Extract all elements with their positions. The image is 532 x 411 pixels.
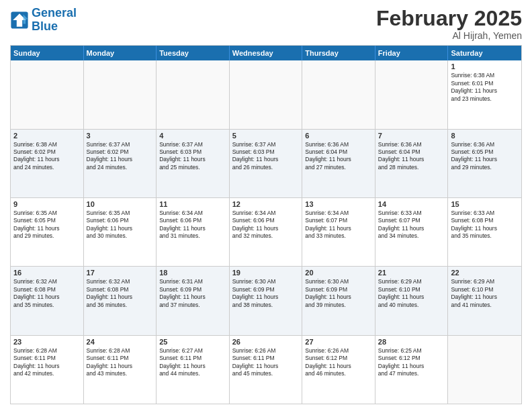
day-cell-11: 11Sunrise: 6:34 AM Sunset: 6:06 PM Dayli… [157,198,230,266]
page: General Blue February 2025 Al Hijrah, Ye… [0,0,532,411]
day-number: 6 [305,132,372,140]
empty-cell-0-2 [157,60,230,128]
day-info: Sunrise: 6:26 AM Sunset: 6:11 PM Dayligh… [232,347,300,378]
day-number: 20 [305,269,372,277]
day-info: Sunrise: 6:35 AM Sunset: 6:05 PM Dayligh… [13,210,81,240]
day-cell-6: 6Sunrise: 6:36 AM Sunset: 6:04 PM Daylig… [302,130,375,197]
day-cell-4: 4Sunrise: 6:37 AM Sunset: 6:03 PM Daylig… [157,130,230,197]
day-cell-14: 14Sunrise: 6:33 AM Sunset: 6:07 PM Dayli… [375,198,449,266]
day-info: Sunrise: 6:33 AM Sunset: 6:07 PM Dayligh… [378,210,445,240]
day-number: 11 [159,200,226,208]
logo-blue: Blue [32,19,58,33]
day-info: Sunrise: 6:36 AM Sunset: 6:04 PM Dayligh… [378,141,445,172]
logo-general: General [32,6,77,19]
day-cell-13: 13Sunrise: 6:34 AM Sunset: 6:07 PM Dayli… [302,198,375,266]
day-info: Sunrise: 6:37 AM Sunset: 6:03 PM Dayligh… [232,141,300,172]
empty-cell-0-4 [302,60,375,128]
day-cell-18: 18Sunrise: 6:31 AM Sunset: 6:09 PM Dayli… [157,267,230,334]
day-info: Sunrise: 6:28 AM Sunset: 6:11 PM Dayligh… [13,347,81,378]
header-day-tuesday: Tuesday [157,46,230,60]
logo-text: General Blue [32,7,77,34]
day-cell-19: 19Sunrise: 6:30 AM Sunset: 6:09 PM Dayli… [230,267,303,334]
month-title: February 2025 [376,7,522,30]
day-info: Sunrise: 6:36 AM Sunset: 6:05 PM Dayligh… [451,141,519,172]
day-cell-28: 28Sunrise: 6:25 AM Sunset: 6:12 PM Dayli… [375,336,449,404]
day-number: 12 [232,200,300,208]
empty-cell-0-1 [84,60,157,128]
day-info: Sunrise: 6:29 AM Sunset: 6:10 PM Dayligh… [378,278,445,309]
day-info: Sunrise: 6:30 AM Sunset: 6:09 PM Dayligh… [305,278,372,309]
empty-cell-0-5 [375,60,449,128]
day-number: 16 [13,269,81,277]
day-info: Sunrise: 6:25 AM Sunset: 6:12 PM Dayligh… [378,347,445,378]
day-number: 4 [159,132,226,140]
day-cell-25: 25Sunrise: 6:27 AM Sunset: 6:11 PM Dayli… [157,336,230,404]
day-number: 21 [378,269,445,277]
day-info: Sunrise: 6:34 AM Sunset: 6:07 PM Dayligh… [305,210,372,240]
day-info: Sunrise: 6:33 AM Sunset: 6:08 PM Dayligh… [451,210,519,240]
empty-cell-0-0 [11,60,84,128]
day-info: Sunrise: 6:27 AM Sunset: 6:11 PM Dayligh… [159,347,226,378]
day-info: Sunrise: 6:38 AM Sunset: 6:02 PM Dayligh… [13,141,81,172]
day-number: 3 [87,132,154,140]
day-cell-1: 1Sunrise: 6:38 AM Sunset: 6:01 PM Daylig… [448,60,521,128]
day-number: 7 [378,132,445,140]
calendar: SundayMondayTuesdayWednesdayThursdayFrid… [10,45,522,404]
empty-cell-4-6 [448,336,521,404]
day-cell-8: 8Sunrise: 6:36 AM Sunset: 6:05 PM Daylig… [448,130,521,197]
day-info: Sunrise: 6:37 AM Sunset: 6:02 PM Dayligh… [87,141,154,172]
title-block: February 2025 Al Hijrah, Yemen [376,7,522,41]
day-number: 18 [159,269,226,277]
day-cell-2: 2Sunrise: 6:38 AM Sunset: 6:02 PM Daylig… [11,130,84,197]
calendar-row-1: 2Sunrise: 6:38 AM Sunset: 6:02 PM Daylig… [11,129,521,197]
day-info: Sunrise: 6:29 AM Sunset: 6:10 PM Dayligh… [451,278,519,309]
day-info: Sunrise: 6:31 AM Sunset: 6:09 PM Dayligh… [159,278,226,309]
day-info: Sunrise: 6:38 AM Sunset: 6:01 PM Dayligh… [451,72,519,103]
day-info: Sunrise: 6:28 AM Sunset: 6:11 PM Dayligh… [87,347,154,378]
day-info: Sunrise: 6:26 AM Sunset: 6:12 PM Dayligh… [305,347,372,378]
day-cell-16: 16Sunrise: 6:32 AM Sunset: 6:08 PM Dayli… [11,267,84,334]
day-number: 28 [378,338,445,346]
day-number: 1 [451,62,519,71]
day-info: Sunrise: 6:34 AM Sunset: 6:06 PM Dayligh… [232,210,300,240]
day-cell-24: 24Sunrise: 6:28 AM Sunset: 6:11 PM Dayli… [84,336,157,404]
day-number: 27 [305,338,372,346]
day-cell-7: 7Sunrise: 6:36 AM Sunset: 6:04 PM Daylig… [375,130,449,197]
day-number: 25 [159,338,226,346]
day-number: 2 [13,132,81,140]
empty-cell-0-3 [230,60,303,128]
logo-icon [10,11,29,30]
day-cell-10: 10Sunrise: 6:35 AM Sunset: 6:06 PM Dayli… [84,198,157,266]
day-cell-26: 26Sunrise: 6:26 AM Sunset: 6:11 PM Dayli… [230,336,303,404]
location: Al Hijrah, Yemen [376,30,522,41]
day-cell-21: 21Sunrise: 6:29 AM Sunset: 6:10 PM Dayli… [375,267,449,334]
day-number: 17 [87,269,154,277]
day-number: 9 [13,200,81,208]
logo: General Blue [10,7,77,34]
header-day-wednesday: Wednesday [230,46,303,60]
day-cell-12: 12Sunrise: 6:34 AM Sunset: 6:06 PM Dayli… [230,198,303,266]
day-number: 10 [87,200,154,208]
day-number: 15 [451,200,519,208]
day-number: 19 [232,269,300,277]
day-info: Sunrise: 6:30 AM Sunset: 6:09 PM Dayligh… [232,278,300,309]
calendar-body: 1Sunrise: 6:38 AM Sunset: 6:01 PM Daylig… [11,60,521,404]
day-cell-15: 15Sunrise: 6:33 AM Sunset: 6:08 PM Dayli… [448,198,521,266]
calendar-row-3: 16Sunrise: 6:32 AM Sunset: 6:08 PM Dayli… [11,266,521,334]
day-info: Sunrise: 6:37 AM Sunset: 6:03 PM Dayligh… [159,141,226,172]
header-day-saturday: Saturday [448,46,521,60]
day-number: 24 [87,338,154,346]
day-cell-22: 22Sunrise: 6:29 AM Sunset: 6:10 PM Dayli… [448,267,521,334]
day-cell-20: 20Sunrise: 6:30 AM Sunset: 6:09 PM Dayli… [302,267,375,334]
day-info: Sunrise: 6:34 AM Sunset: 6:06 PM Dayligh… [159,210,226,240]
calendar-row-4: 23Sunrise: 6:28 AM Sunset: 6:11 PM Dayli… [11,335,521,404]
calendar-row-0: 1Sunrise: 6:38 AM Sunset: 6:01 PM Daylig… [11,60,521,128]
header-day-friday: Friday [375,46,449,60]
day-cell-27: 27Sunrise: 6:26 AM Sunset: 6:12 PM Dayli… [302,336,375,404]
header-day-thursday: Thursday [302,46,375,60]
day-cell-17: 17Sunrise: 6:32 AM Sunset: 6:08 PM Dayli… [84,267,157,334]
day-number: 23 [13,338,81,346]
day-number: 26 [232,338,300,346]
day-cell-9: 9Sunrise: 6:35 AM Sunset: 6:05 PM Daylig… [11,198,84,266]
header-day-monday: Monday [84,46,157,60]
